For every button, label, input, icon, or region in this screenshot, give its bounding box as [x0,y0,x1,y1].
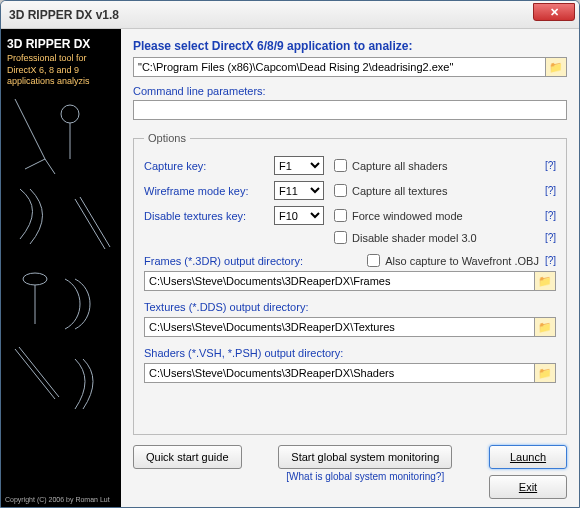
window-body: 3D RIPPER DX Professional tool for Direc… [1,29,579,507]
folder-icon: 📁 [549,61,563,74]
wireframe-key-select[interactable]: F11 [274,181,324,200]
frames-dir-input[interactable] [144,271,535,291]
quick-start-guide-button[interactable]: Quick start guide [133,445,242,469]
also-obj-label: Also capture to Wavefront .OBJ [385,255,539,267]
help-textures[interactable]: [?] [538,185,556,196]
capture-textures-checkbox[interactable]: Capture all textures [334,184,538,197]
select-app-heading: Please select DirectX 6/8/9 application … [133,39,567,53]
cmd-params-input[interactable] [133,100,567,120]
shaders-dir-label: Shaders (*.VSH, *.PSH) output directory: [144,347,343,359]
folder-icon: 📁 [538,275,552,288]
capture-key-select[interactable]: F1 [274,156,324,175]
exit-button[interactable]: Exit [489,475,567,499]
svg-point-1 [23,273,47,285]
svg-point-0 [61,105,79,123]
cmd-params-label: Command line parameters: [133,85,567,97]
app-window: 3D RIPPER DX v1.8 ✕ 3D RIPPER DX Profess… [0,0,580,508]
help-shaders[interactable]: [?] [538,160,556,171]
frames-dir-label: Frames (*.3DR) output directory: [144,255,303,267]
textures-dir-label: Textures (*.DDS) output directory: [144,301,308,313]
help-sm3[interactable]: [?] [538,232,556,243]
browse-shaders-button[interactable]: 📁 [534,363,556,383]
disable-tex-key-select[interactable]: F10 [274,206,324,225]
options-legend: Options [144,132,190,144]
sidebar-artwork [5,89,117,487]
sidebar-copyright: Copyright (C) 2006 by Roman Lut [5,496,117,503]
capture-textures-label: Capture all textures [352,185,447,197]
textures-dir-input[interactable] [144,317,535,337]
force-windowed-checkbox[interactable]: Force windowed mode [334,209,538,222]
close-button[interactable]: ✕ [533,3,575,21]
disable-tex-key-label: Disable textures key: [144,210,274,222]
sidebar-subtitle: Professional tool for DirectX 6, 8 and 9… [7,53,115,88]
bottom-bar: Quick start guide Start global system mo… [133,445,567,499]
browse-frames-button[interactable]: 📁 [534,271,556,291]
folder-icon: 📁 [538,321,552,334]
launch-button[interactable]: Launch [489,445,567,469]
sidebar-title: 3D RIPPER DX [7,37,115,51]
start-monitoring-button[interactable]: Start global system monitoring [278,445,452,469]
shaders-dir-input[interactable] [144,363,535,383]
disable-sm3-label: Disable shader model 3.0 [352,232,477,244]
help-windowed[interactable]: [?] [538,210,556,221]
also-obj-checkbox[interactable]: Also capture to Wavefront .OBJ [367,254,539,267]
browse-exe-button[interactable]: 📁 [545,57,567,77]
disable-sm3-checkbox[interactable]: Disable shader model 3.0 [334,231,538,244]
window-title: 3D RIPPER DX v1.8 [5,8,119,22]
force-windowed-label: Force windowed mode [352,210,463,222]
options-group: Options Capture key: F1 Capture all shad… [133,132,567,435]
sidebar: 3D RIPPER DX Professional tool for Direc… [1,29,121,507]
folder-icon: 📁 [538,367,552,380]
wireframe-key-label: Wireframe mode key: [144,185,274,197]
exe-path-input[interactable] [133,57,546,77]
capture-shaders-label: Capture all shaders [352,160,447,172]
browse-textures-button[interactable]: 📁 [534,317,556,337]
close-icon: ✕ [550,6,559,18]
main-panel: Please select DirectX 6/8/9 application … [121,29,579,507]
what-is-monitoring-link[interactable]: [What is global system monitoring?] [286,471,444,482]
titlebar[interactable]: 3D RIPPER DX v1.8 ✕ [1,1,579,29]
capture-shaders-checkbox[interactable]: Capture all shaders [334,159,538,172]
capture-key-label: Capture key: [144,160,274,172]
help-obj[interactable]: [?] [545,255,556,266]
